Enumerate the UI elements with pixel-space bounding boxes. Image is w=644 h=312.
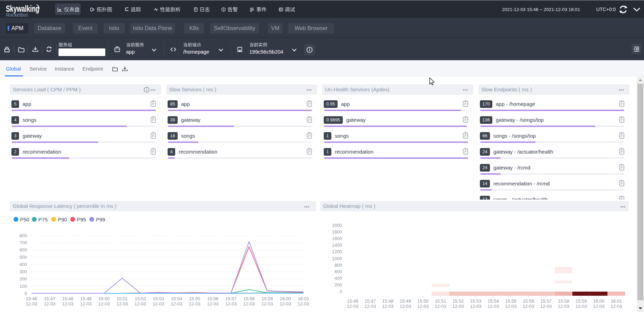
svg-text:16:00: 16:00	[593, 299, 605, 304]
svg-text:15:55: 15:55	[189, 296, 200, 301]
svg-text:16:01: 16:01	[298, 296, 309, 301]
svg-text:12-03: 12-03	[347, 304, 358, 309]
svg-text:15:50: 15:50	[98, 296, 110, 301]
svg-text:15:48: 15:48	[382, 299, 394, 304]
svg-text:12-03: 12-03	[279, 301, 291, 306]
svg-text:12-03: 12-03	[207, 301, 218, 306]
svg-text:15:57: 15:57	[540, 299, 552, 304]
svg-text:15:48: 15:48	[62, 296, 73, 301]
svg-text:15:58: 15:58	[243, 296, 255, 301]
svg-text:15:51: 15:51	[117, 296, 128, 301]
svg-text:16:01: 16:01	[611, 299, 622, 304]
svg-text:12-03: 12-03	[575, 304, 587, 309]
svg-text:0: 0	[340, 289, 342, 294]
svg-text:12-03: 12-03	[558, 304, 569, 309]
svg-text:12-03: 12-03	[261, 301, 273, 306]
svg-text:15:52: 15:52	[453, 299, 464, 304]
svg-text:15:49: 15:49	[80, 296, 92, 301]
svg-text:400: 400	[334, 276, 342, 281]
svg-text:12-03: 12-03	[44, 301, 55, 306]
svg-text:12-03: 12-03	[80, 301, 91, 306]
svg-text:12-03: 12-03	[171, 301, 182, 306]
svg-text:15:54: 15:54	[171, 296, 182, 301]
svg-text:12-03: 12-03	[153, 301, 164, 306]
svg-text:15:54: 15:54	[488, 299, 499, 304]
svg-text:16:00: 16:00	[280, 296, 291, 301]
svg-text:12-03: 12-03	[452, 304, 464, 309]
svg-text:12-03: 12-03	[365, 304, 376, 309]
svg-text:200: 200	[334, 282, 342, 287]
svg-text:1200: 1200	[332, 249, 342, 254]
svg-text:12-03: 12-03	[243, 301, 255, 306]
svg-text:12-03: 12-03	[382, 304, 393, 309]
svg-text:12-03: 12-03	[540, 304, 552, 309]
svg-text:800: 800	[19, 233, 27, 238]
svg-text:15:53: 15:53	[470, 299, 482, 304]
svg-text:15:53: 15:53	[153, 296, 164, 301]
svg-text:800: 800	[334, 263, 342, 268]
svg-text:15:59: 15:59	[261, 296, 273, 301]
svg-text:1600: 1600	[332, 236, 342, 241]
svg-text:12-03: 12-03	[135, 301, 146, 306]
svg-text:15:52: 15:52	[135, 296, 146, 301]
svg-text:15:59: 15:59	[575, 299, 587, 304]
svg-text:12-03: 12-03	[26, 301, 37, 306]
svg-text:15:47: 15:47	[44, 296, 55, 301]
svg-text:12-03: 12-03	[610, 304, 622, 309]
svg-text:300: 300	[19, 269, 27, 274]
svg-text:12-03: 12-03	[298, 301, 309, 306]
svg-text:100: 100	[19, 284, 27, 289]
svg-text:400: 400	[19, 262, 27, 267]
svg-text:12-03: 12-03	[400, 304, 411, 309]
svg-text:15:46: 15:46	[347, 299, 358, 304]
svg-text:15:49: 15:49	[400, 299, 411, 304]
svg-text:15:50: 15:50	[417, 299, 429, 304]
svg-text:2000: 2000	[332, 223, 342, 228]
svg-text:15:47: 15:47	[365, 299, 376, 304]
svg-text:12-03: 12-03	[593, 304, 605, 309]
svg-text:1400: 1400	[332, 242, 342, 248]
svg-text:15:46: 15:46	[26, 296, 37, 301]
svg-text:12-03: 12-03	[505, 304, 517, 309]
svg-text:600: 600	[334, 269, 342, 274]
svg-text:12-03: 12-03	[225, 301, 236, 306]
svg-text:15:56: 15:56	[207, 296, 218, 301]
svg-text:0: 0	[25, 291, 27, 296]
svg-text:12-03: 12-03	[62, 301, 73, 306]
svg-text:600: 600	[19, 247, 27, 253]
svg-text:12-03: 12-03	[116, 301, 128, 306]
svg-text:15:56: 15:56	[523, 299, 534, 304]
svg-text:15:55: 15:55	[505, 299, 517, 304]
svg-text:200: 200	[19, 276, 27, 282]
svg-text:12-03: 12-03	[189, 301, 200, 306]
svg-text:15:51: 15:51	[435, 299, 446, 304]
svg-text:12-03: 12-03	[417, 304, 429, 309]
svg-text:15:58: 15:58	[558, 299, 569, 304]
svg-text:15:57: 15:57	[225, 296, 237, 301]
svg-text:12-03: 12-03	[523, 304, 534, 309]
svg-text:12-03: 12-03	[435, 304, 446, 309]
svg-text:700: 700	[19, 240, 27, 245]
svg-text:12-03: 12-03	[488, 304, 499, 309]
svg-text:12-03: 12-03	[98, 301, 110, 306]
svg-text:1000: 1000	[332, 256, 342, 261]
svg-text:1800: 1800	[332, 229, 342, 235]
svg-text:500: 500	[19, 255, 27, 260]
svg-text:12-03: 12-03	[470, 304, 481, 309]
